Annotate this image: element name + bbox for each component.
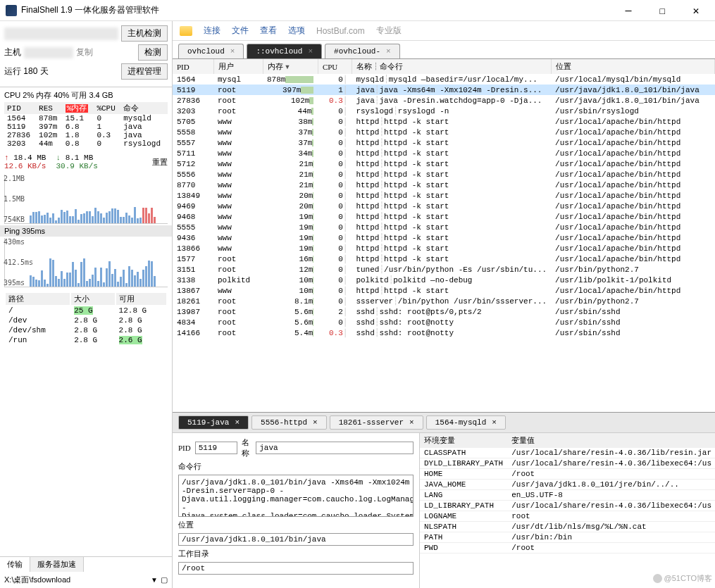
mini-row[interactable]: 5119397m6.81java xyxy=(4,123,168,131)
env-row[interactable]: JAVA_HOME/usr/java/jdk1.8.0_101/jre/bin/… xyxy=(420,480,715,490)
close-icon[interactable]: × xyxy=(235,418,240,427)
process-row[interactable]: 13866www19m0│httpd┆httpd -k start/usr/lo… xyxy=(173,243,715,254)
process-row[interactable]: 5557www37m0│httpd┆httpd -k start/usr/loc… xyxy=(173,137,715,148)
env-row[interactable]: NLSPATH/usr/dt/lib/nls/msg/%L/%N.cat xyxy=(420,522,715,532)
col-res[interactable]: RES xyxy=(36,102,63,114)
process-row[interactable]: 5119root397m1│java┆java -Xms64m -Xmx1024… xyxy=(173,85,715,95)
disk-row[interactable]: /dev/shm2.8 G2.8 G xyxy=(6,326,166,334)
cmd-textarea[interactable]: /usr/java/jdk1.8.0_101/bin/java -Xms64m … xyxy=(178,475,414,517)
detail-tab[interactable]: 5119-java× xyxy=(178,415,249,430)
path-label: 位置 xyxy=(178,520,414,530)
mini-row[interactable]: 320344m0.80rsyslogd xyxy=(4,139,168,148)
host-name-blurred xyxy=(4,27,118,40)
process-row[interactable]: 1577root16m0│httpd┆httpd -k start/usr/lo… xyxy=(173,254,715,264)
wd-input[interactable] xyxy=(178,562,414,575)
env-row[interactable]: PATH/usr/bin:/bin xyxy=(420,532,715,543)
process-row[interactable]: 3151root12m0│tuned┆/usr/bin/python -Es /… xyxy=(173,264,715,275)
menu-connect[interactable]: 连接 xyxy=(204,25,220,37)
hdr-user[interactable]: 用户 xyxy=(213,59,263,74)
close-icon[interactable]: × xyxy=(386,47,391,56)
name-input[interactable] xyxy=(256,442,414,454)
env-row[interactable]: DYLD_LIBRARY_PATH/usr/local/share/resin-… xyxy=(420,458,715,469)
download-path[interactable]: X:\桌面\fsdownload xyxy=(4,575,148,585)
connection-tab[interactable]: ovhcloud× xyxy=(178,44,244,58)
detail-tab[interactable]: 18261-ssserver× xyxy=(330,415,423,430)
maximize-button[interactable]: ☐ xyxy=(652,4,673,17)
env-row[interactable]: HOME/root xyxy=(420,469,715,480)
env-row[interactable]: LANGen_US.UTF-8 xyxy=(420,490,715,501)
col-pid[interactable]: PID xyxy=(4,102,36,114)
copy-link[interactable]: 复制 xyxy=(76,46,93,58)
col-mempct[interactable]: %内存 xyxy=(63,102,94,114)
process-table: PID 用户 内存▼ CPU 名称┆命令行 位置 1564mysql878m0│… xyxy=(173,59,715,412)
process-row[interactable]: 5711www34m0│httpd┆httpd -k start/usr/loc… xyxy=(173,148,715,158)
env-row[interactable]: LOGNAMEroot xyxy=(420,511,715,522)
tab-transfer[interactable]: 传输 xyxy=(0,557,30,572)
close-icon[interactable]: × xyxy=(409,418,414,427)
process-row[interactable]: 9469www20m0│httpd┆httpd -k start/usr/loc… xyxy=(173,201,715,211)
folder-icon[interactable] xyxy=(180,26,192,36)
close-icon[interactable]: × xyxy=(492,418,497,427)
detect-button[interactable]: 检测 xyxy=(138,44,168,61)
env-row[interactable]: LD_LIBRARY_PATH/usr/local/share/resin-4.… xyxy=(420,501,715,511)
disk-row[interactable]: /dev2.8 G2.8 G xyxy=(6,316,166,325)
process-row[interactable]: 1564mysql878m0│mysqld┆mysqld —basedir=/u… xyxy=(173,74,715,85)
wd-label: 工作目录 xyxy=(178,549,414,559)
close-icon[interactable]: × xyxy=(230,47,235,56)
hdr-mem[interactable]: 内存▼ xyxy=(263,59,318,74)
tab-accelerate[interactable]: 服务器加速 xyxy=(30,557,84,572)
disk-row[interactable]: /25 G12.8 G xyxy=(6,306,166,315)
process-row[interactable]: 13867www10m0│httpd┆httpd -k start/usr/lo… xyxy=(173,285,715,296)
reset-link[interactable]: 重置 xyxy=(152,157,168,168)
process-row[interactable]: 13849www20m0│httpd┆httpd -k start/usr/lo… xyxy=(173,190,715,201)
env-row[interactable]: CLASSPATH/usr/local/share/resin-4.0.36/l… xyxy=(420,448,715,458)
process-manager-button[interactable]: 进程管理 xyxy=(121,63,168,80)
col-cpupct[interactable]: %CPU xyxy=(94,102,120,114)
process-row[interactable]: 9436www19m0│httpd┆httpd -k start/usr/loc… xyxy=(173,232,715,243)
connection-tab[interactable]: ::ovhcloud× xyxy=(247,44,322,58)
process-row[interactable]: 13987root5.6m2│sshd┆sshd: root@pts/0,pts… xyxy=(173,306,715,317)
open-folder-icon[interactable]: ▢ xyxy=(161,575,168,584)
connection-tab[interactable]: #ovhcloud-× xyxy=(325,44,400,58)
mini-row[interactable]: 27836102m1.80.3java xyxy=(4,131,168,139)
pid-label: PID xyxy=(178,444,191,452)
chevron-down-icon[interactable]: ▼ xyxy=(151,576,158,584)
mini-row[interactable]: 1564878m15.10mysqld xyxy=(4,114,168,123)
path-input[interactable] xyxy=(178,533,414,546)
disk-row[interactable]: /run2.8 G2.6 G xyxy=(6,336,166,344)
menu-options[interactable]: 选项 xyxy=(288,25,305,37)
disk-table: 路径大小可用 /25 G12.8 G/dev2.8 G2.8 G/dev/shm… xyxy=(4,292,168,346)
hostbuf-link[interactable]: HostBuf.com xyxy=(316,26,365,36)
process-row[interactable]: 9468www19m0│httpd┆httpd -k start/usr/loc… xyxy=(173,211,715,222)
process-row[interactable]: 8770www21m0│httpd┆httpd -k start/usr/loc… xyxy=(173,180,715,190)
col-cmd[interactable]: 命令 xyxy=(120,102,168,114)
detail-tab[interactable]: 5556-httpd× xyxy=(251,415,327,430)
process-row[interactable]: 5555www19m0│httpd┆httpd -k start/usr/loc… xyxy=(173,222,715,232)
env-row[interactable]: PWD/root xyxy=(420,543,715,553)
hdr-cpu[interactable]: CPU xyxy=(318,59,352,74)
close-icon[interactable]: × xyxy=(308,47,313,56)
process-row[interactable]: 14166root5.4m0.3│sshd┆sshd: root@notty/u… xyxy=(173,327,715,338)
pid-input[interactable] xyxy=(195,442,237,454)
hdr-pid[interactable]: PID xyxy=(173,59,213,74)
detail-tab[interactable]: 1564-mysqld× xyxy=(426,415,506,430)
process-row[interactable]: 3203root44m0│rsyslogd┆rsyslogd -n/usr/sb… xyxy=(173,106,715,116)
pro-link[interactable]: 专业版 xyxy=(376,25,402,37)
process-row[interactable]: 4834root5.6m0│sshd┆sshd: root@notty/usr/… xyxy=(173,317,715,327)
process-row[interactable]: 5712www21m0│httpd┆httpd -k start/usr/loc… xyxy=(173,158,715,169)
host-detect-button[interactable]: 主机检测 xyxy=(121,25,168,42)
minimize-button[interactable]: — xyxy=(618,4,639,17)
process-row[interactable]: 3138polkitd10m0│polkitd┆polkitd —no-debu… xyxy=(173,275,715,285)
process-row[interactable]: 5705www38m0│httpd┆httpd -k start/usr/loc… xyxy=(173,116,715,127)
hdr-path[interactable]: 位置 xyxy=(551,59,714,74)
process-row[interactable]: 27836root102m0.3│java┆java -Dresin.watch… xyxy=(173,95,715,106)
menu-view[interactable]: 查看 xyxy=(260,25,277,37)
ping-chart: 430ms412.5ms395ms xyxy=(4,238,168,287)
process-row[interactable]: 5556www21m0│httpd┆httpd -k start/usr/loc… xyxy=(173,169,715,180)
menu-file[interactable]: 文件 xyxy=(232,25,249,37)
hdr-cmd[interactable]: 名称┆命令行 xyxy=(352,59,551,74)
process-row[interactable]: 18261root8.1m0│ssserver┆/bin/python /usr… xyxy=(173,296,715,306)
process-row[interactable]: 5558www37m0│httpd┆httpd -k start/usr/loc… xyxy=(173,127,715,137)
close-button[interactable]: ✕ xyxy=(685,4,707,17)
close-icon[interactable]: × xyxy=(313,418,318,427)
